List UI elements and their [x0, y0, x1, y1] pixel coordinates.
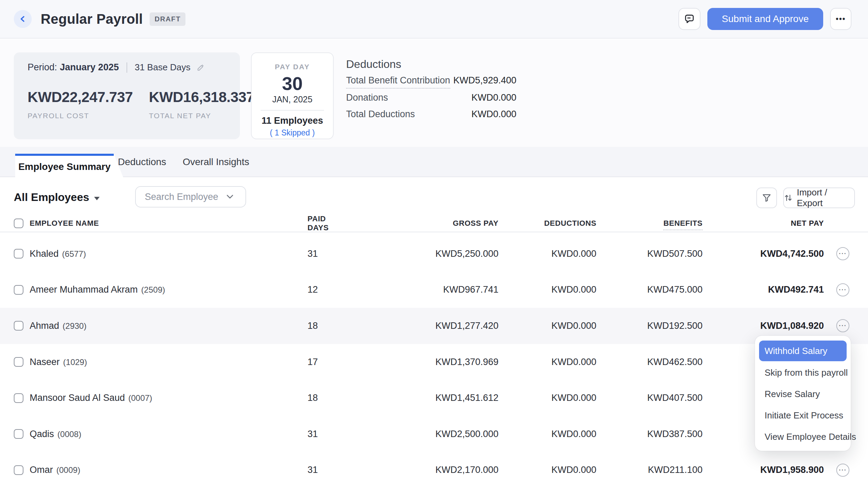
deduction-value: KWD5,929.400 — [453, 75, 516, 86]
divider — [127, 62, 127, 73]
edit-base-days-button[interactable] — [196, 63, 205, 72]
row-checkbox[interactable] — [14, 393, 23, 403]
row-actions-button[interactable]: ··· — [836, 464, 849, 477]
table-header: EMPLOYEE NAME PAID DAYS GROSS PAY DEDUCT… — [0, 215, 868, 232]
period-label: Period: — [28, 62, 57, 73]
employee-id: (6577) — [62, 249, 86, 259]
comment-bubble-icon — [684, 13, 695, 24]
employee-id: (0009) — [57, 465, 80, 475]
tab-employee-summary[interactable]: Employee Summary — [15, 154, 123, 178]
more-actions-button[interactable]: ••• — [830, 8, 851, 30]
table-row[interactable]: Mansoor Saud Al Saud(0007) 18 KWD1,451.6… — [0, 380, 868, 416]
header-benefits: BENEFITS — [596, 219, 703, 228]
deduction-value: KWD0.000 — [471, 92, 516, 103]
employee-id: (2930) — [63, 321, 87, 331]
row-checkbox[interactable] — [14, 357, 23, 367]
deductions-heading: Deductions — [346, 58, 401, 71]
menu-item-revise-salary[interactable]: Revise Salary — [755, 383, 851, 405]
payroll-run-page: Regular Payroll DRAFT Submit and Approve… — [0, 0, 868, 486]
menu-item-initiate-exit[interactable]: Initiate Exit Process — [755, 405, 851, 426]
search-employee-input[interactable] — [136, 192, 226, 202]
deduction-row: Donations KWD0.000 — [346, 92, 516, 103]
employee-scope-dropdown[interactable]: All Employees — [14, 191, 100, 204]
table-row[interactable]: Omar(0009) 31 KWD2,170.000 KWD0.000 KWD2… — [0, 452, 868, 486]
search-employee-select[interactable] — [135, 186, 246, 207]
import-export-button[interactable]: Import / Export — [783, 188, 855, 208]
top-bar: Regular Payroll DRAFT Submit and Approve… — [0, 0, 868, 39]
import-export-arrows-icon — [784, 193, 793, 202]
row-actions-button[interactable]: ··· — [836, 283, 849, 296]
page-title: Regular Payroll — [41, 11, 143, 27]
table-row[interactable]: Naseer(1029) 17 KWD1,370.969 KWD0.000 KW… — [0, 344, 868, 380]
ellipsis-icon: ••• — [836, 14, 846, 23]
select-all-checkbox[interactable] — [14, 219, 23, 228]
status-badge: DRAFT — [150, 12, 185, 26]
period-value: January 2025 — [60, 62, 119, 73]
header-net-pay: NET PAY — [703, 219, 824, 228]
table-row-active[interactable]: Ahmad(2930) 18 KWD1,277.420 KWD0.000 KWD… — [0, 308, 868, 344]
caret-down-icon — [94, 197, 100, 200]
deduction-label-benefit-contribution[interactable]: Total Benefit Contribution — [346, 75, 450, 89]
chevron-left-icon — [19, 15, 27, 23]
row-checkbox[interactable] — [14, 429, 23, 439]
header-gross-pay: GROSS PAY — [349, 219, 498, 228]
payroll-cost-label: PAYROLL COST — [28, 112, 149, 120]
header-employee-name: EMPLOYEE NAME — [30, 219, 307, 228]
skipped-link[interactable]: ( 1 Skipped ) — [252, 128, 333, 138]
row-checkbox[interactable] — [14, 465, 23, 475]
payday-label: PAY DAY — [252, 63, 333, 71]
row-actions-button[interactable]: ··· — [836, 247, 849, 260]
row-actions-menu: Withhold Salary Skip from this payroll R… — [755, 336, 851, 451]
menu-item-skip-payroll[interactable]: Skip from this payroll — [755, 362, 851, 383]
submit-and-approve-button[interactable]: Submit and Approve — [707, 8, 823, 30]
period-card: Period: January 2025 31 Base Days KWD22,… — [14, 52, 240, 139]
employee-id: (0007) — [128, 393, 152, 403]
tab-overall-insights[interactable]: Overall Insights — [183, 147, 249, 177]
filter-button[interactable] — [756, 188, 777, 208]
employee-id: (2509) — [141, 285, 165, 294]
pencil-icon — [196, 63, 205, 72]
employee-id: (0008) — [58, 429, 81, 439]
table-row[interactable]: Ameer Muhammad Akram(2509) 12 KWD967.741… — [0, 272, 868, 308]
comments-button[interactable] — [678, 8, 700, 30]
employee-table: Khaled(6577) 31 KWD5,250.000 KWD0.000 KW… — [0, 236, 868, 486]
employee-count: 11 Employees — [252, 115, 333, 126]
deduction-row: Total Benefit Contribution KWD5,929.400 — [346, 75, 516, 89]
deduction-label-donations: Donations — [346, 92, 388, 103]
deduction-label-total: Total Deductions — [346, 109, 415, 120]
menu-item-withhold-salary[interactable]: Withhold Salary — [759, 341, 847, 361]
deduction-value: KWD0.000 — [471, 109, 516, 120]
divider — [261, 110, 324, 111]
row-checkbox[interactable] — [14, 249, 23, 259]
row-checkbox[interactable] — [14, 321, 23, 331]
header-deductions: DEDUCTIONS — [498, 219, 596, 228]
table-row[interactable]: Qadis(0008) 31 KWD2,500.000 KWD0.000 KWD… — [0, 416, 868, 452]
base-days: 31 Base Days — [135, 62, 191, 73]
row-actions-button[interactable]: ··· — [836, 319, 849, 332]
employee-id: (1029) — [63, 357, 87, 367]
deduction-row: Total Deductions KWD0.000 — [346, 109, 516, 120]
tab-deductions[interactable]: Deductions — [118, 147, 166, 177]
payday-date: JAN, 2025 — [252, 94, 333, 104]
payday-card: PAY DAY 30 JAN, 2025 11 Employees ( 1 Sk… — [251, 52, 334, 139]
row-checkbox[interactable] — [14, 285, 23, 295]
table-row[interactable]: Khaled(6577) 31 KWD5,250.000 KWD0.000 KW… — [0, 236, 868, 272]
back-button[interactable] — [14, 10, 32, 28]
menu-item-view-employee[interactable]: View Employee Details — [755, 426, 851, 447]
funnel-icon — [762, 193, 771, 203]
payday-day: 30 — [252, 74, 333, 93]
chevron-down-icon — [226, 194, 234, 199]
header-paid-days: PAID DAYS — [307, 214, 349, 232]
payroll-cost-amount: KWD22,247.737 — [28, 89, 149, 105]
